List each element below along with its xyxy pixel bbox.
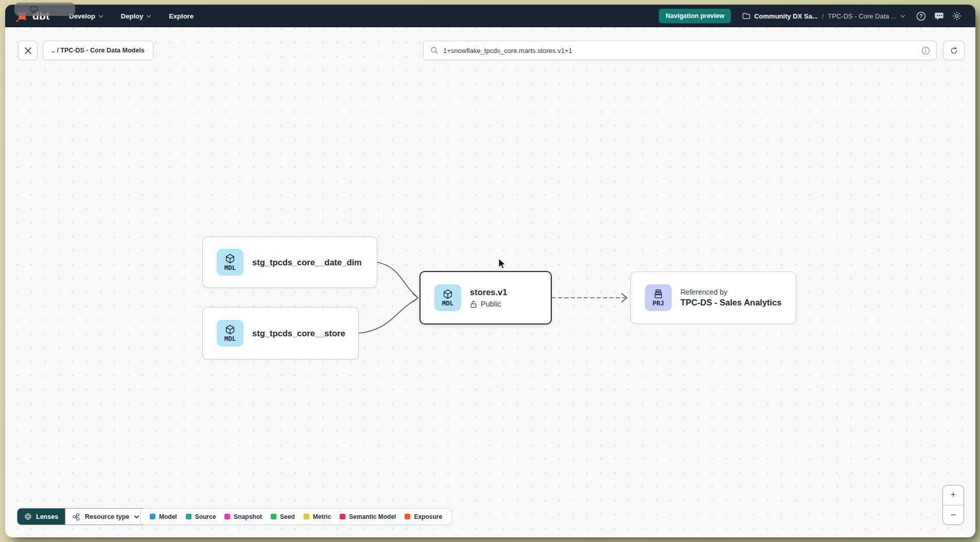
legend-swatch: [186, 514, 191, 519]
cube-icon: [442, 288, 453, 300]
badge-code: PRJ: [653, 300, 664, 308]
nav-item-explore[interactable]: Explore: [169, 12, 194, 20]
legend-swatch: [150, 514, 155, 519]
chevron-down-icon: [146, 14, 151, 18]
chevron-down-icon: [900, 14, 905, 18]
resource-type-dropdown[interactable]: Resource type: [65, 509, 146, 525]
legend-swatch: [405, 514, 410, 519]
selector-search-input[interactable]: [443, 47, 917, 55]
refresh-icon: [950, 46, 958, 55]
node-label: stg_tpcds_core__store: [252, 329, 345, 338]
top-navbar: dbt Develop Deploy Explore Navigation pr…: [5, 5, 975, 27]
breadcrumb-project-label: TPC-DS - Core Data ...: [828, 12, 897, 20]
nav-item-deploy-label: Deploy: [121, 12, 143, 20]
navigation-preview-badge[interactable]: Navigation preview: [659, 9, 731, 23]
node-stg-tpcds-core-date-dim[interactable]: MDL stg_tpcds_core__date_dim: [202, 237, 377, 288]
lineage-search-bar: [423, 41, 937, 60]
breadcrumb: Community DX Sa... / TPC-DS - Core Data …: [742, 12, 905, 20]
model-badge: MDL: [217, 320, 243, 347]
lenses-label: Lenses: [36, 513, 58, 520]
node-label: stores.v1: [470, 287, 507, 297]
svg-text:?: ?: [919, 13, 922, 19]
breadcrumb-account-label: Community DX Sa...: [754, 12, 818, 20]
app-window: dbt Develop Deploy Explore Navigation pr…: [5, 5, 975, 537]
settings-gear-icon[interactable]: [952, 11, 962, 21]
access-row: Public: [470, 300, 507, 308]
help-icon[interactable]: ?: [916, 11, 926, 21]
lens-aperture-icon: [24, 513, 32, 520]
nav-item-deploy[interactable]: Deploy: [121, 12, 151, 20]
chevron-down-icon: [134, 515, 139, 519]
close-lineage-button[interactable]: [18, 41, 38, 60]
navbar-icon-group: ?: [916, 11, 962, 21]
node-label: TPC-DS - Sales Analytics: [680, 298, 782, 308]
badge-code: MDL: [224, 336, 236, 343]
breadcrumb-project[interactable]: TPC-DS - Core Data ...: [828, 12, 905, 20]
archive-stack-icon: [653, 288, 664, 300]
breadcrumb-separator: /: [822, 12, 824, 20]
nav-item-explore-label: Explore: [169, 12, 194, 20]
cube-icon: [224, 253, 236, 264]
badge-code: MDL: [442, 300, 454, 308]
model-badge: MDL: [434, 284, 461, 311]
resource-legend: Model Source Snapshot Seed Metric Semant…: [140, 508, 452, 525]
lenses-button[interactable]: Lenses: [18, 509, 65, 525]
mouse-cursor: [498, 259, 509, 270]
folder-icon: [742, 12, 750, 20]
zoom-controls: + −: [942, 485, 964, 525]
edge-store-to-stores: [359, 299, 416, 333]
chevron-down-icon: [98, 14, 103, 18]
display-icon: [30, 6, 38, 13]
unlock-icon: [470, 300, 477, 308]
edge-arrowhead: [413, 294, 418, 302]
project-badge: PRJ: [645, 284, 672, 311]
legend-swatch: [224, 514, 230, 519]
info-icon[interactable]: [921, 46, 930, 55]
legend-swatch: [271, 514, 276, 519]
screen-share-overlay: [14, 3, 75, 16]
resource-type-label: Resource type: [85, 513, 129, 520]
referenced-by-label: Referenced by: [680, 288, 782, 296]
close-icon: [24, 47, 32, 55]
legend-item-source: Source: [186, 513, 216, 520]
refresh-lineage-button[interactable]: [943, 41, 965, 60]
badge-code: MDL: [224, 265, 236, 272]
legend-item-semantic-model: Semantic Model: [340, 513, 396, 520]
zoom-out-button[interactable]: −: [943, 505, 964, 525]
node-label: stg_tpcds_core__date_dim: [252, 258, 362, 267]
legend-item-snapshot: Snapshot: [224, 513, 262, 520]
node-stores-v1-selected[interactable]: MDL stores.v1 Public: [419, 271, 552, 324]
resource-graph-icon: [72, 513, 80, 521]
edge-arrowhead: [622, 294, 627, 302]
legend-item-seed: Seed: [271, 513, 295, 520]
edge-date-dim-to-stores: [377, 262, 416, 296]
breadcrumb-account[interactable]: Community DX Sa...: [742, 12, 818, 20]
feedback-icon[interactable]: [934, 11, 944, 21]
legend-swatch: [304, 514, 309, 519]
search-icon: [430, 46, 439, 55]
lenses-control: Lenses Resource type: [17, 508, 147, 525]
legend-item-metric: Metric: [304, 513, 331, 520]
model-badge: MDL: [217, 249, 243, 276]
cube-icon: [224, 324, 236, 335]
lineage-breadcrumb-chip[interactable]: .. / TPC-DS - Core Data Models: [43, 41, 153, 60]
node-referenced-by-sales-analytics[interactable]: PRJ Referenced by TPC-DS - Sales Analyti…: [631, 272, 796, 324]
legend-swatch: [340, 514, 345, 519]
zoom-in-button[interactable]: +: [943, 485, 964, 505]
access-label: Public: [481, 300, 501, 308]
legend-item-exposure: Exposure: [405, 513, 442, 520]
legend-item-model: Model: [150, 513, 177, 520]
node-stg-tpcds-core-store[interactable]: MDL stg_tpcds_core__store: [202, 307, 359, 359]
